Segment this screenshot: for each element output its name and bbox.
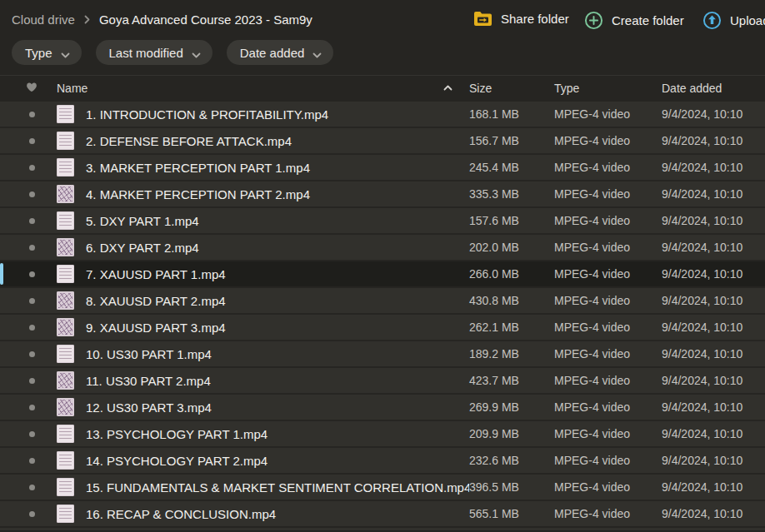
file-type: MPEG-4 video	[554, 321, 662, 334]
file-name: 13. PSYCHOLOGY PART 1.mp4	[86, 427, 469, 441]
favorite-dot-icon	[29, 298, 35, 304]
upload-label: Upload	[730, 13, 765, 27]
file-date-added: 9/4/2024, 10:10	[662, 267, 755, 281]
file-size: 209.9 MB	[469, 427, 554, 440]
sort-ascending-icon[interactable]	[443, 85, 452, 91]
file-date-added: 9/4/2024, 10:10	[662, 214, 755, 227]
file-size: 168.1 MB	[469, 107, 554, 121]
file-type: MPEG-4 video	[554, 454, 662, 467]
file-name: 4. MARKET PERCEPTION PART 2.mp4	[86, 187, 469, 201]
table-row[interactable]: 6. DXY PART 2.mp4 202.0 MB MPEG-4 video …	[0, 235, 765, 260]
table-row[interactable]: 10. US30 PART 1.mp4 189.2 MB MPEG-4 vide…	[0, 341, 765, 366]
file-name: 5. DXY PART 1.mp4	[86, 214, 469, 228]
breadcrumb-root-link[interactable]: Cloud drive	[12, 12, 75, 27]
table-row[interactable]: 7. XAUUSD PART 1.mp4 266.0 MB MPEG-4 vid…	[0, 261, 765, 286]
table-row[interactable]: 9. XAUUSD PART 3.mp4 262.1 MB MPEG-4 vid…	[0, 315, 765, 340]
favorite-toggle[interactable]	[23, 351, 40, 357]
column-header-name[interactable]: Name	[57, 82, 88, 95]
file-thumbnail-icon	[57, 425, 74, 443]
table-row[interactable]: 5. DXY PART 1.mp4 157.6 MB MPEG-4 video …	[0, 208, 765, 233]
table-row[interactable]: 13. PSYCHOLOGY PART 1.mp4 209.9 MB MPEG-…	[0, 421, 765, 446]
table-row[interactable]: 2. DEFENSE BEFORE ATTACK.mp4 156.7 MB MP…	[0, 128, 765, 153]
file-date-added: 9/4/2024, 10:10	[662, 374, 755, 387]
favorite-toggle[interactable]	[23, 245, 40, 251]
table-row[interactable]: 1. INTRODUCTION & PROFITABILITY.mp4 168.…	[0, 102, 765, 127]
file-size: 269.9 MB	[469, 400, 554, 414]
favorite-toggle[interactable]	[23, 511, 40, 517]
chevron-down-icon	[192, 47, 201, 61]
filter-chip-date-added[interactable]: Date added	[227, 40, 334, 65]
file-name: 10. US30 PART 1.mp4	[86, 347, 469, 361]
file-thumbnail-icon	[57, 211, 74, 230]
table-row[interactable]: 11. US30 PART 2.mp4 423.7 MB MPEG-4 vide…	[0, 368, 765, 393]
chevron-down-icon	[61, 47, 70, 61]
favorites-heart-icon	[26, 82, 38, 95]
filter-chip-last-modified[interactable]: Last modified	[96, 40, 212, 65]
file-thumbnail-icon	[57, 318, 74, 336]
file-type: MPEG-4 video	[554, 427, 662, 440]
top-bar: Cloud drive Goya Advanced Course 2023 - …	[0, 0, 765, 38]
file-thumbnail-icon	[57, 451, 74, 470]
file-name: 1. INTRODUCTION & PROFITABILITY.mp4	[86, 107, 469, 122]
table-row[interactable]: 16. RECAP & CONCLUSION.mp4 565.1 MB MPEG…	[0, 501, 765, 526]
file-type: MPEG-4 video	[554, 347, 662, 360]
table-row[interactable]: 3. MARKET PERCEPTION PART 1.mp4 245.4 MB…	[0, 155, 765, 180]
table-row[interactable]: 8. XAUUSD PART 2.mp4 430.8 MB MPEG-4 vid…	[0, 288, 765, 313]
chevron-down-icon	[312, 47, 322, 61]
upload-arrow-icon	[702, 11, 722, 30]
favorite-toggle[interactable]	[23, 325, 40, 331]
create-folder-plus-icon	[584, 11, 603, 30]
upload-button[interactable]: Upload	[702, 11, 765, 30]
filter-chip-date-added-label: Date added	[240, 46, 305, 60]
favorite-toggle[interactable]	[23, 191, 40, 197]
file-thumbnail-icon	[57, 291, 74, 310]
favorite-toggle[interactable]	[23, 458, 40, 464]
favorite-dot-icon	[29, 485, 35, 490]
favorite-toggle[interactable]	[23, 138, 40, 144]
file-thumbnail-icon	[57, 238, 74, 256]
favorite-dot-icon	[29, 165, 35, 171]
file-thumbnail-icon	[57, 345, 74, 363]
favorite-toggle[interactable]	[23, 378, 40, 384]
share-folder-button[interactable]: Share folder	[473, 11, 569, 27]
favorite-toggle[interactable]	[23, 165, 40, 171]
file-date-added: 9/4/2024, 10:10	[662, 107, 755, 121]
file-date-added: 9/4/2024, 10:10	[662, 161, 755, 174]
favorite-toggle[interactable]	[23, 298, 40, 304]
favorite-toggle[interactable]	[23, 218, 40, 224]
file-type: MPEG-4 video	[554, 294, 662, 307]
file-size: 156.7 MB	[469, 134, 554, 147]
filter-chip-last-modified-label: Last modified	[109, 46, 183, 60]
favorite-toggle[interactable]	[23, 431, 40, 437]
file-thumbnail-icon	[57, 158, 74, 177]
table-row[interactable]: 15. FUNDAMENTALS & MARKET SENTIMENT CORR…	[0, 475, 765, 500]
table-row[interactable]: 12. US30 PART 3.mp4 269.9 MB MPEG-4 vide…	[0, 395, 765, 420]
breadcrumb: Cloud drive Goya Advanced Course 2023 - …	[12, 12, 312, 27]
favorite-toggle[interactable]	[23, 271, 40, 277]
file-size: 430.8 MB	[469, 294, 554, 307]
filter-chip-type[interactable]: Type	[12, 40, 82, 65]
file-date-added: 9/4/2024, 10:10	[662, 480, 755, 494]
file-name: 14. PSYCHOLOGY PART 2.mp4	[86, 454, 469, 468]
file-size: 202.0 MB	[469, 241, 554, 254]
table-row[interactable]: 4. MARKET PERCEPTION PART 2.mp4 335.3 MB…	[0, 181, 765, 206]
column-header-size[interactable]: Size	[469, 82, 554, 95]
create-folder-button[interactable]: Create folder	[584, 11, 684, 30]
column-header-date-added[interactable]: Date added	[662, 82, 755, 95]
file-table: Name Size Type Date added 1. INTRODUCTIO…	[0, 75, 765, 530]
file-date-added: 9/4/2024, 10:10	[662, 400, 755, 414]
favorite-dot-icon	[29, 458, 35, 464]
favorite-toggle[interactable]	[23, 485, 40, 490]
file-size: 266.0 MB	[469, 267, 554, 281]
file-type: MPEG-4 video	[554, 161, 662, 174]
file-size: 157.6 MB	[469, 214, 554, 227]
column-header-type[interactable]: Type	[554, 82, 662, 95]
file-thumbnail-icon	[57, 132, 74, 150]
table-row[interactable]: 14. PSYCHOLOGY PART 2.mp4 232.6 MB MPEG-…	[0, 448, 765, 473]
favorite-dot-icon	[29, 511, 35, 517]
favorites-column-header[interactable]	[23, 82, 40, 95]
file-thumbnail-icon	[57, 265, 74, 283]
favorite-toggle[interactable]	[23, 405, 40, 410]
file-type: MPEG-4 video	[554, 134, 662, 147]
favorite-toggle[interactable]	[23, 112, 40, 117]
